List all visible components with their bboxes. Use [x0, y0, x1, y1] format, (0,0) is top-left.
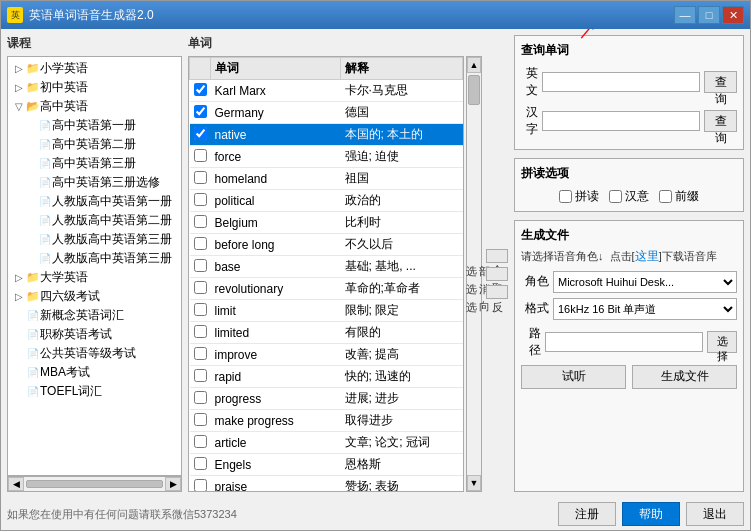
table-row[interactable]: article文章; 论文; 冠词: [190, 432, 463, 454]
register-button[interactable]: 注册: [558, 502, 616, 526]
left-scrollbar[interactable]: ◀ ▶: [7, 476, 182, 492]
english-input[interactable]: [542, 72, 700, 92]
role-select[interactable]: Microsoft Huihui Desk...: [553, 271, 737, 293]
english-label: 英文: [521, 65, 538, 99]
word-table-container[interactable]: 单词 解释 Karl Marx卡尔·马克思Germany德国native本国的;…: [188, 56, 464, 492]
tree-item-gc1[interactable]: 📄 高中英语第一册: [10, 116, 179, 135]
toggle-chuzhong[interactable]: ▷: [12, 81, 26, 95]
word-checkbox[interactable]: [194, 479, 207, 492]
table-row[interactable]: praise赞扬; 表扬: [190, 476, 463, 493]
word-checkbox[interactable]: [194, 215, 207, 228]
tree-item-gc3[interactable]: 📄 高中英语第三册: [10, 154, 179, 173]
hanyi-checkbox[interactable]: [609, 190, 622, 203]
table-row[interactable]: before long不久以后: [190, 234, 463, 256]
reverse-select-button[interactable]: 反向选择: [486, 285, 508, 299]
word-checkbox[interactable]: [194, 281, 207, 294]
tree-item-gc3x[interactable]: 📄 高中英语第三册选修: [10, 173, 179, 192]
qianzhui-checkbox[interactable]: [659, 190, 672, 203]
listen-button[interactable]: 试听: [521, 365, 626, 389]
tree-item-rj2[interactable]: 📄 人教版高中英语第二册: [10, 211, 179, 230]
toggle-siji[interactable]: ▷: [12, 290, 26, 304]
word-checkbox[interactable]: [194, 303, 207, 316]
table-row[interactable]: base基础; 基地, ...: [190, 256, 463, 278]
pinyin-opt-qianzhui[interactable]: 前缀: [659, 188, 699, 205]
toggle-gaozhong[interactable]: ▽: [12, 100, 26, 114]
tree-item-toefl[interactable]: 📄 TOEFL词汇: [10, 382, 179, 401]
word-checkbox[interactable]: [194, 435, 207, 448]
table-row[interactable]: Germany德国: [190, 102, 463, 124]
word-checkbox[interactable]: [194, 83, 207, 96]
scroll-down-btn[interactable]: ▼: [467, 475, 481, 491]
word-checkbox[interactable]: [194, 171, 207, 184]
tree-item-mba[interactable]: 📄 MBA考试: [10, 363, 179, 382]
table-row[interactable]: Engels恩格斯: [190, 454, 463, 476]
table-row[interactable]: limited有限的: [190, 322, 463, 344]
pinyin-opt-pindou[interactable]: 拼读: [559, 188, 599, 205]
tree-item-siji[interactable]: ▷ 📁 四六级考试: [10, 287, 179, 306]
tree-item-rj1[interactable]: 📄 人教版高中英语第一册: [10, 192, 179, 211]
word-checkbox[interactable]: [194, 105, 207, 118]
pinyin-opt-hanyi[interactable]: 汉意: [609, 188, 649, 205]
format-select[interactable]: 16kHz 16 Bit 单声道: [553, 298, 737, 320]
table-row[interactable]: native本国的; 本土的: [190, 124, 463, 146]
hanyi-label: 汉意: [625, 188, 649, 205]
word-checkbox[interactable]: [194, 127, 207, 140]
download-link[interactable]: 这里: [635, 249, 659, 263]
table-row[interactable]: force强迫; 迫使: [190, 146, 463, 168]
table-row[interactable]: Belgium比利时: [190, 212, 463, 234]
word-checkbox[interactable]: [194, 237, 207, 250]
table-row[interactable]: Karl Marx卡尔·马克思: [190, 80, 463, 102]
path-input[interactable]: [545, 332, 703, 352]
scroll-up-btn[interactable]: ▲: [467, 57, 481, 73]
tree-item-xgn[interactable]: 📄 新概念英语词汇: [10, 306, 179, 325]
table-row[interactable]: revolutionary革命的;革命者: [190, 278, 463, 300]
word-checkbox[interactable]: [194, 391, 207, 404]
tree-item-gg[interactable]: 📄 公共英语等级考试: [10, 344, 179, 363]
pinyin-checkbox[interactable]: [559, 190, 572, 203]
toggle-daxue[interactable]: ▷: [12, 271, 26, 285]
word-checkbox[interactable]: [194, 413, 207, 426]
generate-file-button[interactable]: 生成文件: [632, 365, 737, 389]
table-row[interactable]: limit限制; 限定: [190, 300, 463, 322]
toggle-xiaoxue[interactable]: ▷: [12, 62, 26, 76]
tree-item-daxue[interactable]: ▷ 📁 大学英语: [10, 268, 179, 287]
word-checkbox[interactable]: [194, 369, 207, 382]
minimize-button[interactable]: —: [674, 6, 696, 24]
tree-item-rj3[interactable]: 📄 人教版高中英语第三册: [10, 230, 179, 249]
word-checkbox[interactable]: [194, 193, 207, 206]
chinese-query-button[interactable]: 查询: [704, 110, 737, 132]
exit-button[interactable]: 退出: [686, 502, 744, 526]
folder-icon-siji: 📁: [26, 290, 40, 304]
chinese-input[interactable]: [542, 111, 700, 131]
select-all-button[interactable]: 全部选择: [486, 249, 508, 263]
word-checkbox[interactable]: [194, 259, 207, 272]
scroll-left-btn[interactable]: ◀: [8, 477, 24, 491]
path-select-button[interactable]: 选择: [707, 331, 737, 353]
word-checkbox[interactable]: [194, 457, 207, 470]
word-checkbox[interactable]: [194, 347, 207, 360]
tree-item-zc[interactable]: 📄 职称英语考试: [10, 325, 179, 344]
table-row[interactable]: rapid快的; 迅速的: [190, 366, 463, 388]
meaning-cell: 赞扬; 表扬: [341, 476, 463, 493]
word-checkbox[interactable]: [194, 149, 207, 162]
tree-item-gaozhong[interactable]: ▽ 📂 高中英语: [10, 97, 179, 116]
tree-item-xiaoxue[interactable]: ▷ 📁 小学英语: [10, 59, 179, 78]
table-row[interactable]: improve改善; 提高: [190, 344, 463, 366]
course-tree[interactable]: ▷ 📁 小学英语 ▷ 📁 初中英语 ▽ 📂 高中英语 📄 高中: [7, 56, 182, 476]
deselect-all-button[interactable]: 取消选择: [486, 267, 508, 281]
table-row[interactable]: homeland祖国: [190, 168, 463, 190]
english-query-button[interactable]: 查询: [704, 71, 737, 93]
table-row[interactable]: progress进展; 进步: [190, 388, 463, 410]
scroll-right-btn[interactable]: ▶: [165, 477, 181, 491]
close-button[interactable]: ✕: [722, 6, 744, 24]
table-row[interactable]: make progress取得进步: [190, 410, 463, 432]
word-scrollbar-v[interactable]: ▲ ▼: [466, 56, 482, 492]
table-row[interactable]: political政治的: [190, 190, 463, 212]
tree-item-gc2[interactable]: 📄 高中英语第二册: [10, 135, 179, 154]
maximize-button[interactable]: □: [698, 6, 720, 24]
file-icon-mba: 📄: [26, 366, 40, 380]
tree-item-chuzhong[interactable]: ▷ 📁 初中英语: [10, 78, 179, 97]
word-checkbox[interactable]: [194, 325, 207, 338]
help-button[interactable]: 帮助: [622, 502, 680, 526]
tree-item-rj4[interactable]: 📄 人教版高中英语第三册: [10, 249, 179, 268]
